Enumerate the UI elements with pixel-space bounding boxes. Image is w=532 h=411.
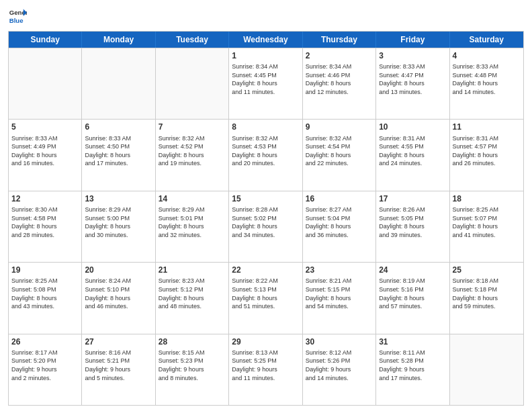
day-cell-1: 1Sunrise: 8:34 AM Sunset: 4:45 PM Daylig… xyxy=(229,48,302,119)
day-number: 8 xyxy=(232,122,299,132)
day-number: 15 xyxy=(232,193,299,204)
logo: General Blue xyxy=(8,7,27,26)
calendar-header-row: SundayMondayTuesdayWednesdayThursdayFrid… xyxy=(9,32,523,48)
day-number: 1 xyxy=(232,50,299,61)
day-cell-7: 7Sunrise: 8:32 AM Sunset: 4:52 PM Daylig… xyxy=(156,120,229,190)
cell-info: Sunrise: 8:31 AM Sunset: 4:57 PM Dayligh… xyxy=(453,134,521,168)
calendar-week-3: 12Sunrise: 8:30 AM Sunset: 4:58 PM Dayli… xyxy=(9,191,523,262)
cell-info: Sunrise: 8:19 AM Sunset: 5:16 PM Dayligh… xyxy=(379,277,446,310)
day-cell-31: 31Sunrise: 8:11 AM Sunset: 5:28 PM Dayli… xyxy=(376,334,449,405)
day-number: 10 xyxy=(379,122,446,132)
day-number: 23 xyxy=(306,265,373,275)
day-number: 3 xyxy=(379,50,446,61)
day-number: 11 xyxy=(453,122,521,132)
empty-cell xyxy=(9,48,82,119)
cell-info: Sunrise: 8:12 AM Sunset: 5:26 PM Dayligh… xyxy=(306,349,373,382)
day-cell-2: 2Sunrise: 8:34 AM Sunset: 4:46 PM Daylig… xyxy=(303,48,376,119)
calendar-week-2: 5Sunrise: 8:33 AM Sunset: 4:49 PM Daylig… xyxy=(9,119,523,190)
day-number: 12 xyxy=(11,193,79,204)
day-cell-21: 21Sunrise: 8:23 AM Sunset: 5:12 PM Dayli… xyxy=(156,263,229,333)
day-cell-20: 20Sunrise: 8:24 AM Sunset: 5:10 PM Dayli… xyxy=(82,263,155,333)
day-number: 6 xyxy=(85,122,152,132)
day-number: 13 xyxy=(85,193,152,204)
cell-info: Sunrise: 8:34 AM Sunset: 4:46 PM Dayligh… xyxy=(306,62,373,96)
cell-info: Sunrise: 8:33 AM Sunset: 4:47 PM Dayligh… xyxy=(379,62,446,96)
day-cell-27: 27Sunrise: 8:16 AM Sunset: 5:21 PM Dayli… xyxy=(82,334,155,405)
day-number: 16 xyxy=(306,193,373,204)
cell-info: Sunrise: 8:32 AM Sunset: 4:53 PM Dayligh… xyxy=(232,134,299,168)
calendar-week-1: 1Sunrise: 8:34 AM Sunset: 4:45 PM Daylig… xyxy=(9,48,523,119)
calendar-body: 1Sunrise: 8:34 AM Sunset: 4:45 PM Daylig… xyxy=(9,48,523,405)
day-cell-25: 25Sunrise: 8:18 AM Sunset: 5:18 PM Dayli… xyxy=(450,263,523,333)
day-cell-14: 14Sunrise: 8:29 AM Sunset: 5:01 PM Dayli… xyxy=(156,191,229,262)
day-cell-23: 23Sunrise: 8:21 AM Sunset: 5:15 PM Dayli… xyxy=(303,263,376,333)
day-header-saturday: Saturday xyxy=(450,32,523,48)
cell-info: Sunrise: 8:33 AM Sunset: 4:48 PM Dayligh… xyxy=(453,62,521,96)
day-number: 26 xyxy=(11,336,79,347)
day-number: 30 xyxy=(306,336,373,347)
cell-info: Sunrise: 8:28 AM Sunset: 5:02 PM Dayligh… xyxy=(232,205,299,239)
day-cell-17: 17Sunrise: 8:26 AM Sunset: 5:05 PM Dayli… xyxy=(376,191,449,262)
cell-info: Sunrise: 8:34 AM Sunset: 4:45 PM Dayligh… xyxy=(232,62,299,96)
day-cell-26: 26Sunrise: 8:17 AM Sunset: 5:20 PM Dayli… xyxy=(9,334,82,405)
day-header-monday: Monday xyxy=(82,32,155,48)
cell-info: Sunrise: 8:23 AM Sunset: 5:12 PM Dayligh… xyxy=(159,277,226,310)
cell-info: Sunrise: 8:32 AM Sunset: 4:52 PM Dayligh… xyxy=(159,134,226,168)
day-cell-8: 8Sunrise: 8:32 AM Sunset: 4:53 PM Daylig… xyxy=(229,120,302,190)
day-cell-19: 19Sunrise: 8:25 AM Sunset: 5:08 PM Dayli… xyxy=(9,263,82,333)
day-number: 28 xyxy=(159,336,226,347)
day-cell-24: 24Sunrise: 8:19 AM Sunset: 5:16 PM Dayli… xyxy=(376,263,449,333)
calendar-week-4: 19Sunrise: 8:25 AM Sunset: 5:08 PM Dayli… xyxy=(9,262,523,333)
cell-info: Sunrise: 8:21 AM Sunset: 5:15 PM Dayligh… xyxy=(306,277,373,310)
day-number: 4 xyxy=(453,50,521,61)
cell-info: Sunrise: 8:33 AM Sunset: 4:50 PM Dayligh… xyxy=(85,134,152,168)
day-number: 21 xyxy=(159,265,226,275)
cell-info: Sunrise: 8:26 AM Sunset: 5:05 PM Dayligh… xyxy=(379,205,446,239)
day-number: 9 xyxy=(306,122,373,132)
day-cell-3: 3Sunrise: 8:33 AM Sunset: 4:47 PM Daylig… xyxy=(376,48,449,119)
day-cell-11: 11Sunrise: 8:31 AM Sunset: 4:57 PM Dayli… xyxy=(450,120,523,190)
day-cell-16: 16Sunrise: 8:27 AM Sunset: 5:04 PM Dayli… xyxy=(303,191,376,262)
logo-icon: General Blue xyxy=(8,7,27,26)
day-cell-15: 15Sunrise: 8:28 AM Sunset: 5:02 PM Dayli… xyxy=(229,191,302,262)
cell-info: Sunrise: 8:31 AM Sunset: 4:55 PM Dayligh… xyxy=(379,134,446,168)
day-header-friday: Friday xyxy=(376,32,449,48)
day-header-tuesday: Tuesday xyxy=(156,32,229,48)
empty-cell xyxy=(82,48,155,119)
day-number: 7 xyxy=(159,122,226,132)
day-header-sunday: Sunday xyxy=(9,32,82,48)
day-header-thursday: Thursday xyxy=(303,32,376,48)
day-cell-5: 5Sunrise: 8:33 AM Sunset: 4:49 PM Daylig… xyxy=(9,120,82,190)
day-number: 18 xyxy=(453,193,521,204)
cell-info: Sunrise: 8:11 AM Sunset: 5:28 PM Dayligh… xyxy=(379,349,446,382)
cell-info: Sunrise: 8:25 AM Sunset: 5:08 PM Dayligh… xyxy=(11,277,79,310)
day-cell-10: 10Sunrise: 8:31 AM Sunset: 4:55 PM Dayli… xyxy=(376,120,449,190)
day-number: 14 xyxy=(159,193,226,204)
day-cell-30: 30Sunrise: 8:12 AM Sunset: 5:26 PM Dayli… xyxy=(303,334,376,405)
day-header-wednesday: Wednesday xyxy=(229,32,302,48)
cell-info: Sunrise: 8:17 AM Sunset: 5:20 PM Dayligh… xyxy=(11,349,79,382)
day-number: 17 xyxy=(379,193,446,204)
day-number: 25 xyxy=(453,265,521,275)
day-number: 19 xyxy=(11,265,79,275)
day-number: 5 xyxy=(11,122,79,132)
cell-info: Sunrise: 8:29 AM Sunset: 5:00 PM Dayligh… xyxy=(85,205,152,239)
day-number: 29 xyxy=(232,336,299,347)
day-cell-29: 29Sunrise: 8:13 AM Sunset: 5:25 PM Dayli… xyxy=(229,334,302,405)
day-cell-4: 4Sunrise: 8:33 AM Sunset: 4:48 PM Daylig… xyxy=(450,48,523,119)
day-cell-18: 18Sunrise: 8:25 AM Sunset: 5:07 PM Dayli… xyxy=(450,191,523,262)
day-cell-6: 6Sunrise: 8:33 AM Sunset: 4:50 PM Daylig… xyxy=(82,120,155,190)
cell-info: Sunrise: 8:33 AM Sunset: 4:49 PM Dayligh… xyxy=(11,134,79,168)
cell-info: Sunrise: 8:15 AM Sunset: 5:23 PM Dayligh… xyxy=(159,349,226,382)
cell-info: Sunrise: 8:29 AM Sunset: 5:01 PM Dayligh… xyxy=(159,205,226,239)
day-number: 22 xyxy=(232,265,299,275)
day-number: 31 xyxy=(379,336,446,347)
day-number: 20 xyxy=(85,265,152,275)
page-container: General Blue SundayMondayTuesdayWednesda… xyxy=(0,0,532,411)
day-cell-9: 9Sunrise: 8:32 AM Sunset: 4:54 PM Daylig… xyxy=(303,120,376,190)
day-number: 27 xyxy=(85,336,152,347)
day-cell-13: 13Sunrise: 8:29 AM Sunset: 5:00 PM Dayli… xyxy=(82,191,155,262)
day-cell-22: 22Sunrise: 8:22 AM Sunset: 5:13 PM Dayli… xyxy=(229,263,302,333)
cell-info: Sunrise: 8:16 AM Sunset: 5:21 PM Dayligh… xyxy=(85,349,152,382)
day-number: 2 xyxy=(306,50,373,61)
